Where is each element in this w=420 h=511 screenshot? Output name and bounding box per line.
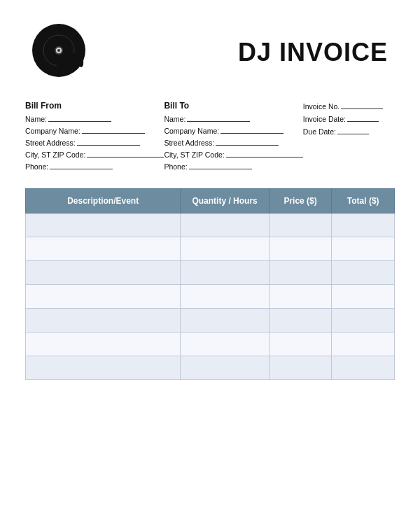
table-row[interactable]: [26, 261, 395, 285]
table-row[interactable]: [26, 214, 395, 237]
from-name-field[interactable]: [48, 113, 111, 122]
cell-total-3[interactable]: [332, 285, 395, 309]
bill-to-col: Bill To Name: Company Name: Street Addre…: [164, 101, 302, 173]
cell-quantity-5[interactable]: [181, 332, 269, 356]
cell-total-2[interactable]: [332, 261, 395, 285]
col-description-header: Description/Event: [26, 189, 181, 214]
col-total-header: Total ($): [332, 189, 395, 214]
invoice-date-row: Invoice Date:: [303, 113, 415, 123]
cell-total-5[interactable]: [332, 332, 395, 356]
invoice-no-field[interactable]: [341, 101, 383, 109]
billing-section: Bill From Name: Company Name: Street Add…: [25, 101, 395, 173]
bill-to-title: Bill To: [164, 101, 302, 111]
invoice-no-label: Invoice No.: [303, 102, 340, 111]
invoice-date-field[interactable]: [347, 113, 379, 122]
cell-total-1[interactable]: [332, 237, 395, 261]
from-street-label: Street Address:: [25, 139, 76, 147]
from-street-row: Street Address:: [25, 137, 164, 147]
from-company-label: Company Name:: [25, 127, 80, 135]
cell-description-5[interactable]: [26, 332, 181, 356]
to-phone-label: Phone:: [164, 162, 187, 171]
cell-price-5[interactable]: [269, 332, 332, 356]
cell-description-2[interactable]: [26, 261, 181, 285]
cell-quantity-2[interactable]: [181, 261, 269, 285]
to-name-field[interactable]: [187, 113, 250, 122]
from-name-label: Name:: [25, 115, 47, 123]
col-price-header: Price ($): [269, 189, 332, 214]
cell-price-6[interactable]: [269, 356, 332, 380]
table-row[interactable]: [26, 309, 395, 332]
cell-quantity-0[interactable]: [181, 214, 269, 237]
to-street-label: Street Address:: [164, 139, 214, 147]
bill-from-col: Bill From Name: Company Name: Street Add…: [25, 101, 164, 173]
from-company-field[interactable]: [82, 125, 145, 134]
to-company-field[interactable]: [220, 125, 284, 134]
invoice-info-col: Invoice No. Invoice Date: Due Date:: [303, 101, 415, 173]
due-date-row: Due Date:: [303, 126, 415, 136]
header: DJ INVOICE: [25, 21, 395, 84]
to-city-field[interactable]: [226, 149, 303, 158]
cell-quantity-4[interactable]: [181, 309, 269, 332]
dj-logo-icon: [25, 21, 95, 84]
to-street-row: Street Address:: [164, 137, 302, 147]
cell-price-1[interactable]: [269, 237, 332, 261]
cell-description-0[interactable]: [26, 214, 181, 237]
from-city-row: City, ST ZIP Code:: [25, 149, 164, 159]
to-company-row: Company Name:: [164, 125, 302, 135]
cell-quantity-1[interactable]: [181, 237, 269, 261]
cell-total-6[interactable]: [332, 356, 395, 380]
to-phone-field[interactable]: [189, 161, 252, 169]
cell-price-0[interactable]: [269, 214, 332, 237]
to-company-label: Company Name:: [164, 127, 219, 135]
table-row[interactable]: [26, 237, 395, 261]
invoice-no-row: Invoice No.: [303, 101, 415, 111]
cell-price-3[interactable]: [269, 285, 332, 309]
invoice-title: DJ INVOICE: [238, 38, 395, 67]
cell-total-4[interactable]: [332, 309, 395, 332]
cell-total-0[interactable]: [332, 214, 395, 237]
from-street-field[interactable]: [77, 137, 140, 146]
invoice-page: DJ INVOICE Bill From Name: Company Name:…: [0, 0, 420, 511]
table-row[interactable]: [26, 285, 395, 309]
table-header-row: Description/Event Quantity / Hours Price…: [26, 189, 395, 214]
table-body: [26, 214, 395, 380]
cell-price-2[interactable]: [269, 261, 332, 285]
from-phone-label: Phone:: [25, 162, 48, 171]
cell-quantity-3[interactable]: [181, 285, 269, 309]
col-quantity-header: Quantity / Hours: [181, 189, 269, 214]
from-name-row: Name:: [25, 113, 164, 123]
table-row[interactable]: [26, 332, 395, 356]
due-date-label: Due Date:: [303, 127, 336, 136]
cell-description-3[interactable]: [26, 285, 181, 309]
cell-description-4[interactable]: [26, 309, 181, 332]
from-phone-field[interactable]: [50, 161, 113, 169]
cell-description-1[interactable]: [26, 237, 181, 261]
svg-point-8: [57, 49, 60, 52]
from-city-label: City, ST ZIP Code:: [25, 150, 85, 159]
from-city-field[interactable]: [87, 149, 164, 158]
to-city-label: City, ST ZIP Code:: [164, 150, 224, 159]
bill-from-title: Bill From: [25, 101, 164, 111]
cell-description-6[interactable]: [26, 356, 181, 380]
table-row[interactable]: [26, 356, 395, 380]
to-name-row: Name:: [164, 113, 302, 123]
to-phone-row: Phone:: [164, 161, 302, 171]
cell-quantity-6[interactable]: [181, 356, 269, 380]
to-street-field[interactable]: [216, 137, 279, 146]
invoice-table: Description/Event Quantity / Hours Price…: [25, 188, 395, 380]
to-name-label: Name:: [164, 115, 186, 123]
to-city-row: City, ST ZIP Code:: [164, 149, 302, 159]
invoice-date-label: Invoice Date:: [303, 115, 346, 123]
cell-price-4[interactable]: [269, 309, 332, 332]
from-phone-row: Phone:: [25, 161, 164, 171]
due-date-field[interactable]: [337, 126, 369, 134]
from-company-row: Company Name:: [25, 125, 164, 135]
